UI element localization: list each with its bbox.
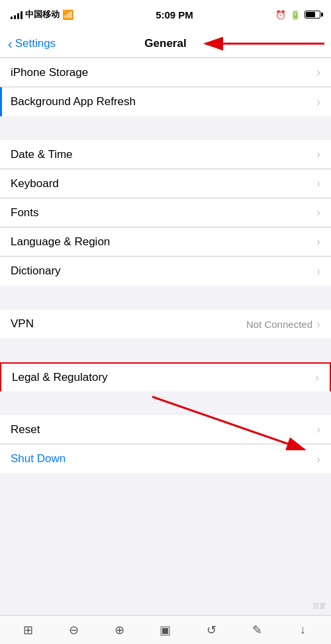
toolbar-zoom-in-button[interactable]: ⊕ (108, 618, 132, 642)
item-right-vpn: Not Connected › (246, 317, 320, 331)
settings-item-dictionary[interactable]: Dictionary › (0, 257, 331, 286)
status-left: 中国移动 📶 (11, 9, 73, 20)
item-label-shut-down: Shut Down (11, 452, 316, 465)
settings-item-shut-down[interactable]: Shut Down › (0, 444, 331, 473)
settings-list-1: iPhone Storage › Background App Refresh … (0, 58, 331, 116)
chevron-right-icon-10: › (316, 423, 320, 436)
item-right-fonts: › (316, 206, 320, 220)
settings-item-language-region[interactable]: Language & Region › (0, 227, 331, 257)
item-label-background-app-refresh: Background App Refresh (11, 95, 316, 108)
section-gap-2 (0, 286, 331, 309)
chevron-right-icon-9: › (315, 371, 319, 385)
item-label-fonts: Fonts (11, 206, 316, 220)
settings-item-vpn[interactable]: VPN Not Connected › (0, 309, 331, 339)
toolbar-refresh-button[interactable]: ↺ (199, 618, 223, 642)
settings-item-iphone-storage[interactable]: iPhone Storage › (0, 58, 331, 87)
section-gap-3 (0, 339, 331, 362)
toolbar-pages-button[interactable]: ⊞ (17, 618, 40, 642)
left-indicator (0, 87, 2, 116)
chevron-right-icon-8: › (316, 317, 320, 331)
carrier-label: 中国移动 (25, 9, 60, 20)
vpn-status: Not Connected (246, 319, 312, 330)
item-right-keyboard: › (316, 177, 320, 190)
status-time: 5:09 PM (156, 9, 193, 20)
item-right-language-region: › (316, 235, 320, 249)
battery-charging-icon: 🔋 (290, 10, 301, 20)
item-label-reset: Reset (11, 423, 316, 436)
item-label-legal-regulatory: Legal & Regulatory (12, 371, 315, 384)
page-title: General (144, 37, 186, 50)
item-right-legal-regulatory: › (315, 371, 319, 385)
toolbar-download-button[interactable]: ↓ (291, 618, 314, 642)
status-right: ⏰ 🔋 (275, 10, 320, 20)
toolbar-grid-button[interactable]: ▣ (154, 618, 177, 642)
chevron-right-icon: › (316, 65, 320, 79)
section-4: Legal & Regulatory › (0, 362, 331, 391)
section-gap-5 (0, 473, 331, 497)
chevron-left-icon: ‹ (8, 37, 13, 50)
settings-item-fonts[interactable]: Fonts › (0, 198, 331, 227)
item-right-dictionary: › (316, 264, 320, 278)
watermark: 百度 (312, 602, 326, 611)
section-gap-1 (0, 116, 331, 140)
section-gap-4 (0, 391, 331, 415)
back-label: Settings (15, 37, 56, 50)
settings-list-5: Reset › Shut Down › (0, 415, 331, 473)
chevron-right-icon-4: › (316, 177, 320, 190)
item-label-dictionary: Dictionary (11, 264, 316, 278)
item-right-iphone-storage: › (316, 65, 320, 79)
toolbar-edit-button[interactable]: ✎ (245, 618, 269, 642)
wifi-icon: 📶 (62, 9, 73, 20)
chevron-right-icon-3: › (316, 147, 320, 161)
alarm-icon: ⏰ (275, 10, 286, 20)
settings-list-2: Date & Time › Keyboard › Fonts › Languag… (0, 140, 331, 286)
battery-indicator (305, 11, 320, 19)
item-label-date-time: Date & Time (11, 148, 316, 161)
signal-bars (11, 10, 23, 19)
section-5: Reset › Shut Down › (0, 415, 331, 473)
settings-list-3: VPN Not Connected › (0, 309, 331, 339)
section-1: iPhone Storage › Background App Refresh … (0, 58, 331, 116)
settings-item-reset[interactable]: Reset › (0, 415, 331, 444)
chevron-right-icon-7: › (316, 264, 320, 278)
chevron-right-icon-11: › (316, 452, 320, 466)
status-bar: 中国移动 📶 5:09 PM ⏰ 🔋 (0, 0, 331, 29)
bottom-toolbar: ⊞ ⊖ ⊕ ▣ ↺ ✎ ↓ (0, 615, 331, 644)
toolbar-zoom-out-button[interactable]: ⊖ (62, 618, 86, 642)
item-right-date-time: › (316, 147, 320, 161)
item-label-vpn: VPN (11, 317, 246, 331)
settings-item-legal-regulatory[interactable]: Legal & Regulatory › (0, 362, 331, 391)
settings-item-date-time[interactable]: Date & Time › (0, 140, 331, 169)
chevron-right-icon-6: › (316, 235, 320, 249)
section-2: Date & Time › Keyboard › Fonts › Languag… (0, 140, 331, 286)
chevron-right-icon-5: › (316, 206, 320, 220)
item-right-background-app-refresh: › (316, 95, 320, 109)
item-right-reset: › (316, 423, 320, 436)
settings-content: iPhone Storage › Background App Refresh … (0, 58, 331, 615)
item-label-keyboard: Keyboard (11, 177, 316, 190)
section-3: VPN Not Connected › (0, 309, 331, 339)
chevron-right-icon-2: › (316, 95, 320, 109)
item-right-shut-down: › (316, 452, 320, 466)
settings-item-keyboard[interactable]: Keyboard › (0, 169, 331, 198)
item-label-language-region: Language & Region (11, 235, 316, 249)
nav-bar: ‹ Settings General (0, 29, 331, 58)
back-button[interactable]: ‹ Settings (8, 37, 56, 50)
item-label-iphone-storage: iPhone Storage (11, 66, 316, 79)
battery-fill (306, 12, 315, 17)
settings-item-background-app-refresh[interactable]: Background App Refresh › (0, 87, 331, 116)
settings-list-4: Legal & Regulatory › (0, 362, 331, 391)
